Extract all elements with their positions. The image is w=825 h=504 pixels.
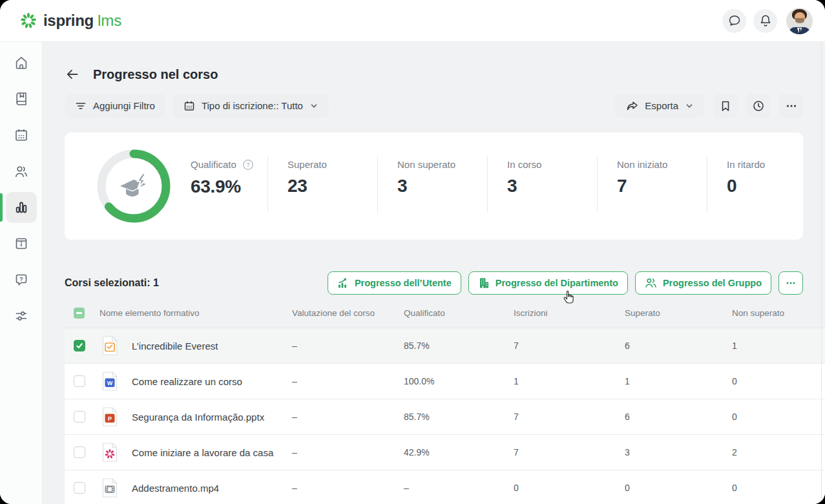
help-icon[interactable]: ? bbox=[242, 159, 254, 171]
logo-text-lms: lms bbox=[98, 12, 121, 30]
table-row[interactable]: L’incredibile Everest–85.7%761 bbox=[65, 328, 825, 364]
enrollment-type-filter[interactable]: Tipo di iscrizione:: Tutto bbox=[173, 94, 329, 118]
sidebar-item-bar-chart[interactable] bbox=[6, 192, 37, 223]
word-file-icon: W bbox=[99, 371, 132, 392]
cell-failed: 1 bbox=[732, 341, 825, 351]
more-options-button[interactable] bbox=[779, 94, 803, 118]
course-name[interactable]: Segurança da Informação.pptx bbox=[132, 412, 292, 423]
stat-non-iniziato: Non iniziato7 bbox=[598, 159, 707, 196]
button-label: Progresso del Dipartimento bbox=[496, 278, 618, 288]
cell-enrollments: 7 bbox=[514, 341, 625, 351]
user-progress-button[interactable]: Progresso dell’Utente bbox=[328, 271, 461, 295]
row-checkbox[interactable] bbox=[74, 411, 85, 423]
cell-enrollments: 0 bbox=[514, 483, 625, 493]
bell-icon bbox=[758, 14, 773, 28]
graduation-cap-icon bbox=[120, 174, 146, 197]
notifications-button[interactable] bbox=[753, 9, 777, 33]
cell-failed: 2 bbox=[732, 447, 825, 457]
powerpoint-file-icon: P bbox=[99, 406, 132, 427]
group-people-icon bbox=[645, 277, 663, 289]
share-icon bbox=[625, 100, 638, 112]
back-button[interactable] bbox=[65, 67, 80, 82]
table-row[interactable]: WCome realizzare un corso–100.0%110 bbox=[65, 364, 825, 399]
select-all-checkbox[interactable] bbox=[74, 308, 85, 319]
stat-in-ritardo: In ritardo0 bbox=[707, 159, 802, 196]
calendar-icon bbox=[14, 127, 29, 143]
bar-chart-icon bbox=[14, 200, 29, 215]
cell-passed: 6 bbox=[625, 341, 732, 351]
stat-label: Superato bbox=[287, 159, 377, 170]
summary-stats: Qualificato?63.9%Superato23Non superato3… bbox=[171, 156, 802, 216]
sidebar-item-sliders[interactable] bbox=[6, 300, 37, 331]
column-header-rating[interactable]: Valutazione del corso bbox=[292, 308, 404, 318]
sidebar-item-calendar[interactable] bbox=[6, 120, 37, 151]
enrollment-type-label: Tipo di iscrizione:: Tutto bbox=[202, 100, 303, 111]
sidebar-item-book[interactable] bbox=[6, 83, 37, 114]
column-header-failed[interactable]: Non superato bbox=[732, 308, 825, 318]
stat-non-superato: Non superato3 bbox=[378, 159, 487, 196]
archive-info-icon bbox=[14, 236, 29, 251]
home-icon bbox=[14, 55, 29, 70]
cell-passed: 0 bbox=[625, 483, 732, 493]
course-name[interactable]: L’incredibile Everest bbox=[132, 341, 292, 352]
table-row[interactable]: Come iniziare a lavorare da casa–42.9%73… bbox=[65, 435, 825, 470]
user-avatar[interactable] bbox=[786, 8, 813, 34]
cell-failed: 0 bbox=[732, 483, 825, 493]
table-body: L’incredibile Everest–85.7%761WCome real… bbox=[65, 328, 825, 504]
stat-label: In corso bbox=[507, 159, 597, 170]
sidebar-item-help-chat[interactable]: ? bbox=[6, 264, 37, 295]
column-header-enrollments[interactable]: Iscrizioni bbox=[514, 308, 625, 318]
column-header-qualified[interactable]: Qualificato bbox=[404, 308, 514, 318]
sliders-icon bbox=[14, 308, 29, 324]
ispring-file-icon bbox=[99, 442, 132, 463]
department-button[interactable]: Progresso del Dipartimento bbox=[468, 271, 628, 295]
history-button[interactable] bbox=[746, 94, 770, 118]
row-checkbox[interactable] bbox=[74, 482, 85, 494]
messages-button[interactable] bbox=[722, 9, 746, 33]
cell-failed: 0 bbox=[732, 412, 825, 422]
more-reports-button[interactable] bbox=[778, 271, 803, 295]
svg-text:P: P bbox=[108, 415, 112, 422]
selected-courses-label: Corsi selezionati: 1 bbox=[65, 277, 159, 289]
table-row[interactable]: PSegurança da Informação.pptx–85.7%760 bbox=[65, 399, 825, 435]
sidebar-item-archive-info[interactable] bbox=[6, 228, 37, 259]
column-header-passed[interactable]: Superato bbox=[625, 308, 732, 318]
ellipsis-icon bbox=[785, 277, 797, 289]
stat-label: Qualificato? bbox=[191, 159, 267, 171]
stat-in-corso: In corso3 bbox=[488, 159, 597, 196]
course-name[interactable]: Addestramento.mp4 bbox=[132, 483, 292, 494]
add-filter-button[interactable]: Aggiungi Filtro bbox=[65, 94, 165, 118]
stat-label: Non superato bbox=[397, 159, 487, 170]
table-row[interactable]: Addestramento.mp4––000 bbox=[65, 470, 825, 504]
ellipsis-icon bbox=[785, 100, 798, 112]
button-label: Progresso dell’Utente bbox=[355, 278, 452, 288]
help-chat-icon: ? bbox=[14, 272, 29, 288]
row-checkbox[interactable] bbox=[74, 446, 85, 458]
stat-label: Non iniziato bbox=[617, 159, 707, 170]
course-name[interactable]: Come iniziare a lavorare da casa bbox=[132, 447, 292, 458]
scrollbar-track bbox=[821, 42, 822, 504]
app-body: ? Progresso nel corso Aggiungi Filtro Ti… bbox=[0, 42, 825, 504]
cell-qualified: 85.7% bbox=[404, 412, 514, 422]
sidebar-item-home[interactable] bbox=[6, 47, 37, 78]
sidebar: ? bbox=[0, 42, 43, 504]
group-button[interactable]: Progresso del Gruppo bbox=[635, 271, 771, 295]
users-icon bbox=[14, 163, 29, 179]
course-name[interactable]: Come realizzare un corso bbox=[132, 376, 292, 387]
cell-enrollments: 7 bbox=[514, 447, 625, 457]
bookmark-button[interactable] bbox=[713, 94, 737, 118]
sidebar-item-users[interactable] bbox=[6, 156, 37, 187]
export-button[interactable]: Esporta bbox=[615, 94, 704, 118]
cell-rating: – bbox=[292, 412, 404, 422]
cell-passed: 1 bbox=[625, 376, 732, 386]
stat-superato: Superato23 bbox=[268, 159, 377, 196]
row-checkbox[interactable] bbox=[74, 375, 85, 387]
column-header-name[interactable]: Nome elemento formativo bbox=[99, 308, 292, 318]
table-header: Nome elemento formativoValutazione del c… bbox=[65, 299, 825, 328]
topbar: ispring lms bbox=[0, 0, 825, 42]
cell-rating: – bbox=[292, 447, 404, 457]
ispring-logo-icon bbox=[19, 12, 37, 30]
row-checkbox-checked[interactable] bbox=[74, 340, 85, 352]
main-content: Progresso nel corso Aggiungi Filtro Tipo… bbox=[43, 42, 825, 504]
book-icon bbox=[14, 91, 29, 107]
